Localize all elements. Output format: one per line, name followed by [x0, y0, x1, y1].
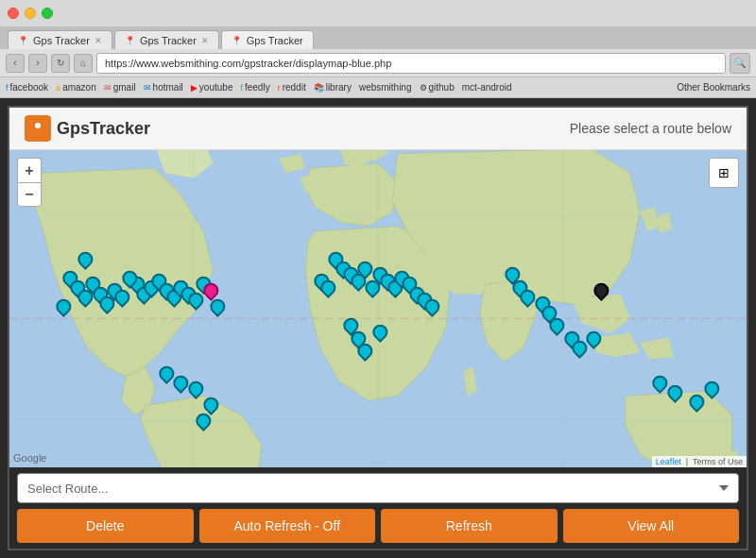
bookmark-mct-android[interactable]: mct-android	[462, 82, 512, 93]
bookmark-gmail-label: gmail	[113, 82, 136, 93]
marker-eu-12	[320, 275, 332, 290]
close-button[interactable]	[8, 8, 19, 19]
tab-1[interactable]: 📍 Gps Tracker ✕	[8, 30, 112, 49]
delete-button[interactable]: Delete	[17, 509, 194, 543]
marker-sa-1	[159, 361, 170, 376]
tab-favicon-2: 📍	[125, 36, 135, 45]
logo-icon	[25, 115, 51, 142]
library-icon: 📚	[314, 83, 324, 93]
forward-button[interactable]: ›	[28, 54, 47, 73]
url-text: https://www.websmithing.com/gpstracker/d…	[105, 58, 391, 69]
view-all-button[interactable]: View All	[563, 509, 740, 543]
tab-2[interactable]: 📍 Gps Tracker ✕	[114, 30, 219, 49]
google-watermark: Google	[13, 452, 46, 464]
bookmark-feedly-label: feedly	[245, 82, 270, 93]
bookmark-library-label: library	[326, 82, 352, 93]
youtube-icon: ▶	[191, 83, 198, 93]
map-zoom-controls: + −	[17, 158, 42, 207]
bookmark-websmithing[interactable]: websmithing	[359, 82, 412, 93]
bookmark-reddit-label: reddit	[283, 82, 306, 93]
zoom-out-button[interactable]: −	[17, 182, 42, 207]
bookmark-other-label: Other Bookmarks	[677, 82, 750, 93]
marker-20	[210, 294, 221, 309]
minimize-button[interactable]	[25, 8, 36, 19]
url-bar[interactable]: https://www.websmithing.com/gpstracker/d…	[96, 53, 726, 74]
bookmark-github-label: github	[429, 82, 455, 93]
layers-button[interactable]: ⊞	[709, 158, 739, 188]
tab-favicon-3: 📍	[232, 36, 242, 45]
bookmark-amazon-label: amazon	[62, 82, 96, 93]
marker-af-3	[357, 338, 369, 353]
map-background	[9, 150, 747, 467]
amazon-icon: a	[56, 83, 60, 93]
bookmark-websmithing-label: websmithing	[359, 82, 412, 93]
app-wrapper: GpsTracker Please select a route below	[0, 98, 756, 558]
refresh-button[interactable]: Refresh	[381, 509, 558, 543]
marker-9	[114, 284, 126, 299]
search-button[interactable]: 🔍	[730, 53, 750, 74]
map-container[interactable]: + − ⊞ Google Leaflet | Terms of Use	[9, 150, 747, 467]
bookmark-library[interactable]: 📚 library	[314, 82, 352, 93]
marker-au-3	[689, 389, 700, 404]
bookmark-reddit[interactable]: r reddit	[278, 82, 306, 93]
svg-point-1	[35, 123, 41, 128]
auto-refresh-button[interactable]: Auto Refresh - Off	[199, 509, 376, 543]
tab-bar: 📍 Gps Tracker ✕ 📍 Gps Tracker ✕ 📍 Gps Tr…	[0, 26, 756, 49]
back-button[interactable]: ‹	[6, 54, 25, 73]
hotmail-icon: ✉	[144, 83, 151, 93]
marker-as-8	[572, 335, 583, 350]
marker-4	[56, 294, 67, 309]
home-button[interactable]: ⌂	[74, 54, 93, 73]
facebook-icon: f	[6, 83, 9, 93]
github-icon: ⚙	[420, 83, 427, 93]
bookmark-amazon[interactable]: a amazon	[56, 82, 96, 93]
titlebar	[0, 0, 756, 26]
marker-au-1	[652, 370, 663, 385]
gmail-icon: ✉	[104, 83, 112, 93]
bookmark-other[interactable]: Other Bookmarks	[677, 82, 750, 93]
tab-3[interactable]: 📍 Gps Tracker	[221, 30, 314, 49]
marker-as-6	[549, 313, 560, 328]
logo-letter	[28, 118, 47, 140]
bookmark-youtube[interactable]: ▶ youtube	[191, 82, 233, 93]
addressbar: ‹ › ↻ ⌂ https://www.websmithing.com/gpst…	[0, 49, 756, 77]
marker-dark-1	[593, 278, 605, 293]
bookmark-youtube-label: youtube	[199, 82, 233, 93]
zoom-in-button[interactable]: +	[17, 158, 42, 182]
browser-window: 📍 Gps Tracker ✕ 📍 Gps Tracker ✕ 📍 Gps Tr…	[0, 0, 756, 98]
tab-favicon-1: 📍	[18, 36, 28, 45]
marker-sa-4	[203, 392, 215, 407]
route-select[interactable]: Select Route...	[17, 473, 739, 503]
bookmark-mct-label: mct-android	[462, 82, 512, 93]
marker-21	[122, 265, 133, 280]
bookmark-facebook[interactable]: f facebook	[6, 82, 48, 93]
tab-label-1: Gps Tracker	[33, 35, 90, 46]
marker-af-4	[372, 319, 384, 334]
reload-button[interactable]: ↻	[51, 54, 70, 73]
app-subtitle: Please select a route below	[570, 121, 731, 136]
marker-au-4	[704, 376, 715, 391]
maximize-button[interactable]	[42, 8, 53, 19]
app-logo: GpsTracker	[25, 115, 150, 142]
marker-as-9	[586, 326, 597, 341]
action-buttons: Delete Auto Refresh - Off Refresh View A…	[17, 509, 739, 543]
bookmark-github[interactable]: ⚙ github	[420, 82, 455, 93]
bookmark-feedly[interactable]: f feedly	[240, 82, 269, 93]
leaflet-link[interactable]: Leaflet	[656, 457, 681, 466]
marker-au-2	[667, 380, 679, 395]
app-header: GpsTracker Please select a route below	[9, 108, 747, 150]
bookmark-hotmail[interactable]: ✉ hotmail	[144, 82, 183, 93]
app-title: GpsTracker	[57, 119, 150, 139]
tab-label-3: Gps Tracker	[247, 35, 303, 46]
bookmarks-bar: f facebook a amazon ✉ gmail ✉ hotmail ▶ …	[0, 77, 756, 98]
tab-close-2[interactable]: ✕	[201, 36, 209, 45]
tab-close-1[interactable]: ✕	[94, 36, 102, 45]
marker-me-4	[424, 294, 436, 309]
map-attribution: Leaflet | Terms of Use	[652, 456, 747, 467]
reddit-icon: r	[278, 83, 281, 93]
svg-marker-2	[35, 129, 41, 137]
marker-as-3	[520, 284, 531, 299]
feedly-icon: f	[240, 83, 243, 93]
layers-icon: ⊞	[718, 165, 730, 180]
bookmark-gmail[interactable]: ✉ gmail	[104, 82, 136, 93]
